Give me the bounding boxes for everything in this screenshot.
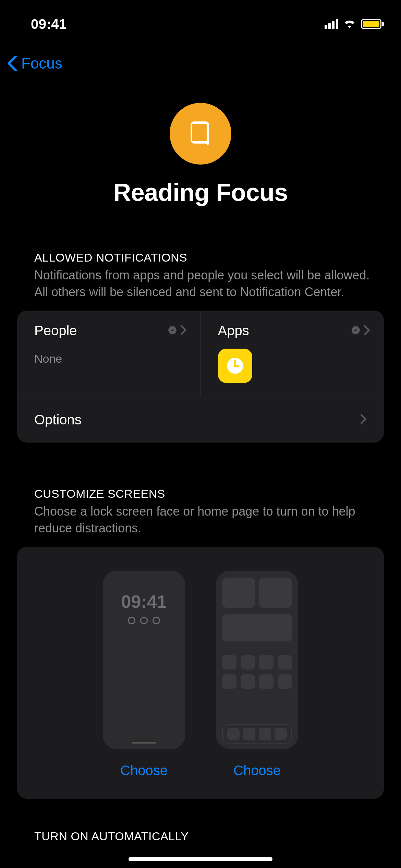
focus-title: Reading Focus: [0, 178, 401, 206]
apps-cell[interactable]: Apps: [201, 311, 384, 397]
lock-screen-column: 09:41 Choose: [103, 571, 185, 778]
home-screen-column: Choose: [216, 571, 298, 778]
section-header: CUSTOMIZE SCREENS: [34, 487, 384, 501]
lock-screen-time: 09:41: [110, 591, 178, 612]
options-label: Options: [34, 412, 82, 427]
people-label: People: [34, 323, 77, 338]
choose-home-screen-button[interactable]: Choose: [233, 763, 281, 778]
home-screen-preview[interactable]: [216, 571, 298, 749]
allowed-app-icon: [218, 349, 252, 383]
customize-screens-card: 09:41 Choose Choose: [17, 547, 384, 799]
chevron-right-icon: [361, 414, 367, 426]
verified-badge-icon: [168, 325, 177, 336]
allowed-notifications-section: ALLOWED NOTIFICATIONS Notifications from…: [0, 251, 401, 443]
lock-screen-preview[interactable]: 09:41: [103, 571, 185, 749]
customize-screens-section: CUSTOMIZE SCREENS Choose a lock screen f…: [0, 487, 401, 799]
back-button[interactable]: Focus: [0, 41, 401, 75]
people-cell[interactable]: People None: [17, 311, 201, 397]
apps-label: Apps: [218, 323, 249, 338]
home-indicator[interactable]: [129, 857, 272, 861]
status-bar: 09:41: [0, 0, 401, 41]
lock-screen-widgets-icon: [110, 617, 178, 624]
people-summary: None: [34, 352, 187, 365]
section-header: ALLOWED NOTIFICATIONS: [34, 251, 384, 264]
section-description: Notifications from apps and people you s…: [34, 267, 384, 300]
book-icon: [186, 119, 215, 148]
focus-mode-icon: [170, 103, 231, 165]
chevron-right-icon: [181, 325, 187, 337]
chevron-right-icon: [364, 325, 370, 337]
clock-icon: [226, 356, 245, 375]
status-time: 09:41: [31, 16, 67, 32]
verified-badge-icon: [351, 325, 361, 336]
allowed-notifications-card: People None Apps: [17, 311, 384, 443]
options-row[interactable]: Options: [17, 397, 384, 443]
wifi-icon: [343, 18, 356, 30]
cellular-signal-icon: [325, 19, 338, 29]
section-description: Choose a lock screen face or home page t…: [34, 503, 384, 537]
turn-on-automatically-section: TURN ON AUTOMATICALLY: [0, 830, 401, 843]
section-header: TURN ON AUTOMATICALLY: [34, 830, 384, 843]
chevron-left-icon: [8, 56, 19, 71]
focus-header: Reading Focus: [0, 103, 401, 206]
back-label: Focus: [21, 55, 62, 72]
status-indicators: [325, 18, 384, 30]
choose-lock-screen-button[interactable]: Choose: [120, 763, 168, 778]
battery-icon: [361, 19, 384, 29]
